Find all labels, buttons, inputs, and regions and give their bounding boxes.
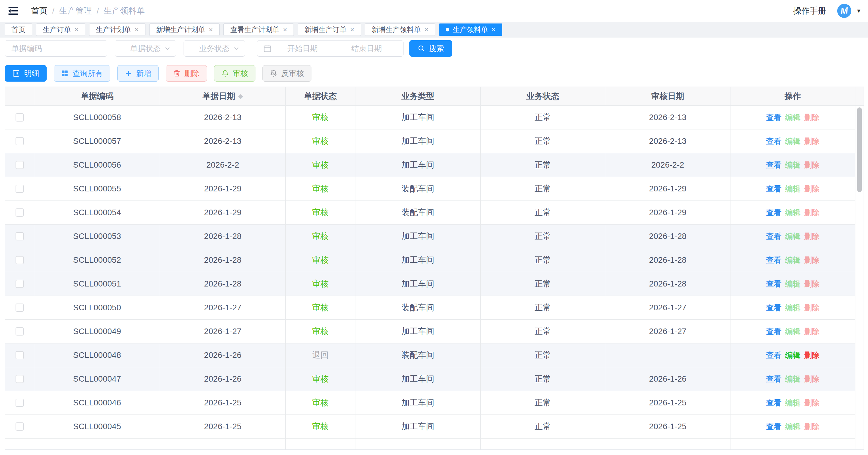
biz-status-select[interactable]: 业务状态 xyxy=(184,40,245,57)
doc-code-cell-value: SCLL000053 xyxy=(73,232,121,241)
row-checkbox[interactable] xyxy=(16,256,24,264)
close-icon[interactable]: × xyxy=(134,26,139,33)
tab-5[interactable]: 查看生产计划单× xyxy=(223,24,294,36)
action-button-grid[interactable]: 查询所有 xyxy=(54,65,110,82)
audit-date-cell-value: 2026-1-25 xyxy=(649,398,686,407)
row-checkbox[interactable] xyxy=(16,375,24,383)
view-link[interactable]: 查看 xyxy=(766,136,781,146)
doc-date-cell: 2026-2-13 xyxy=(160,106,286,129)
view-link[interactable]: 查看 xyxy=(766,374,781,384)
biz-type-cell: 装配车间 xyxy=(355,201,480,224)
row-checkbox[interactable] xyxy=(16,351,24,359)
breadcrumb-home[interactable]: 首页 xyxy=(31,5,48,17)
view-link[interactable]: 查看 xyxy=(766,207,781,218)
doc-status-cell-value: 审核 xyxy=(312,421,329,432)
close-icon[interactable]: × xyxy=(283,26,287,33)
close-icon[interactable]: × xyxy=(209,26,213,33)
caret-down-icon[interactable]: ▾ xyxy=(857,7,860,15)
row-checkbox[interactable] xyxy=(16,327,24,336)
view-link[interactable]: 查看 xyxy=(766,112,781,123)
row-checkbox[interactable] xyxy=(16,184,24,193)
doc-code-input[interactable] xyxy=(5,40,107,57)
delete-link: 删除 xyxy=(804,326,819,337)
view-link[interactable]: 查看 xyxy=(766,303,781,313)
doc-code-cell: SCLL000046 xyxy=(34,391,160,415)
menu-fold-icon[interactable] xyxy=(8,6,19,16)
biz-status-cell: 正常 xyxy=(480,225,605,248)
biz-status-cell: 正常 xyxy=(480,391,605,415)
close-icon[interactable]: × xyxy=(350,26,354,33)
delete-link: 删除 xyxy=(804,279,819,289)
close-icon[interactable]: × xyxy=(424,26,428,33)
action-button-detail[interactable]: 明细 xyxy=(5,65,46,82)
avatar[interactable]: M xyxy=(837,3,852,19)
sort-icon[interactable]: ◆ xyxy=(238,92,243,100)
tab-6[interactable]: 新增生产订单× xyxy=(298,24,361,36)
biz-status-cell: 正常 xyxy=(480,248,605,272)
view-link[interactable]: 查看 xyxy=(766,160,781,170)
doc-status-cell: 审核 xyxy=(286,272,355,295)
row-checkbox[interactable] xyxy=(16,208,24,217)
edit-link: 编辑 xyxy=(785,374,801,384)
row-checkbox[interactable] xyxy=(16,399,24,407)
row-checkbox[interactable] xyxy=(16,161,24,169)
biz-type-cell: 加工车间 xyxy=(355,153,480,177)
close-icon[interactable]: × xyxy=(74,26,79,33)
view-link[interactable]: 查看 xyxy=(766,279,781,289)
delete-link[interactable]: 删除 xyxy=(804,350,819,361)
biz-type-cell: 加工车间 xyxy=(355,391,480,415)
chevron-down-icon xyxy=(164,45,171,54)
tab-7[interactable]: 新增生产领料单× xyxy=(365,24,435,36)
vertical-scrollbar-thumb[interactable] xyxy=(857,108,862,192)
biz-status-cell: 正常 xyxy=(480,177,605,200)
tab-1[interactable]: 首页 xyxy=(5,24,32,36)
operations-cell: 查看编辑删除 xyxy=(731,343,856,367)
doc-code-cell: SCLL000047 xyxy=(34,367,160,391)
close-icon[interactable]: × xyxy=(492,26,496,33)
tab-8[interactable]: 生产领料单× xyxy=(439,24,502,36)
search-button[interactable]: 搜索 xyxy=(409,40,452,57)
view-link[interactable]: 查看 xyxy=(766,231,781,241)
action-button-bell[interactable]: 审核 xyxy=(214,65,255,82)
end-date-placeholder[interactable]: 结束日期 xyxy=(336,44,397,54)
tab-label: 新增生产订单 xyxy=(304,25,347,34)
delete-link: 删除 xyxy=(804,422,819,432)
operations-cell: 查看编辑删除 xyxy=(731,153,856,177)
audit-date-cell: 2026-1-28 xyxy=(605,248,731,272)
view-link[interactable]: 查看 xyxy=(766,255,781,265)
row-checkbox[interactable] xyxy=(16,113,24,121)
start-date-placeholder[interactable]: 开始日期 xyxy=(272,44,333,54)
action-button-bell-off[interactable]: 反审核 xyxy=(262,65,311,82)
action-button-trash[interactable]: 删除 xyxy=(166,65,207,82)
breadcrumb-production-management[interactable]: 生产管理 xyxy=(59,5,92,17)
view-link[interactable]: 查看 xyxy=(766,184,781,194)
biz-type-cell-value: 装配车间 xyxy=(401,207,434,218)
edit-link[interactable]: 编辑 xyxy=(785,350,801,361)
row-checkbox[interactable] xyxy=(16,280,24,288)
view-link[interactable]: 查看 xyxy=(766,422,781,432)
row-checkbox[interactable] xyxy=(16,232,24,240)
doc-code-cell: SCLL000058 xyxy=(34,106,160,129)
table-row-SCLL000054: SCLL0000542026-1-29审核装配车间正常2026-1-29查看编辑… xyxy=(5,201,856,225)
manual-link[interactable]: 操作手册 xyxy=(793,5,826,17)
column-header-date[interactable]: 单据日期◆ xyxy=(160,87,286,105)
biz-status-cell: 正常 xyxy=(480,106,605,129)
doc-status-cell: 审核 xyxy=(286,153,355,177)
row-checkbox[interactable] xyxy=(16,304,24,312)
biz-type-cell-value: 加工车间 xyxy=(401,326,434,337)
tab-4[interactable]: 新增生产计划单× xyxy=(149,24,220,36)
biz-type-cell-value: 加工车间 xyxy=(401,421,434,432)
operations-cell: 查看编辑删除 xyxy=(731,391,856,415)
doc-status-cell-value: 退回 xyxy=(312,350,329,361)
edit-link: 编辑 xyxy=(785,207,801,218)
row-checkbox[interactable] xyxy=(16,137,24,145)
tab-3[interactable]: 生产计划单× xyxy=(89,24,146,36)
view-link[interactable]: 查看 xyxy=(766,398,781,408)
view-link[interactable]: 查看 xyxy=(766,326,781,337)
tab-2[interactable]: 生产订单× xyxy=(36,24,85,36)
action-button-plus[interactable]: 新增 xyxy=(117,65,159,82)
view-link[interactable]: 查看 xyxy=(766,350,781,361)
doc-status-select[interactable]: 单据状态 xyxy=(115,40,176,57)
date-range-picker[interactable]: 开始日期 - 结束日期 xyxy=(257,40,403,57)
row-checkbox[interactable] xyxy=(16,422,24,431)
